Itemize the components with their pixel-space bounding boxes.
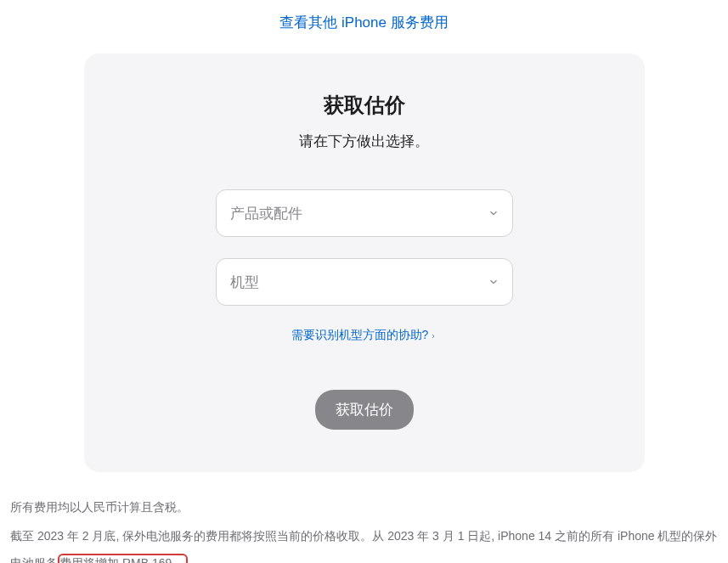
model-select-placeholder: 机型 [230,273,259,292]
model-select-wrap: 机型 [216,258,513,306]
card-title: 获取估价 [118,92,611,119]
footer-line1: 所有费用均以人民币计算且含税。 [10,493,718,521]
footer-notes: 所有费用均以人民币计算且含税。 截至 2023 年 2 月底, 保外电池服务的费… [0,472,728,563]
get-estimate-button[interactable]: 获取估价 [315,390,414,430]
footer-line2: 截至 2023 年 2 月底, 保外电池服务的费用都将按照当前的价格收取。从 2… [10,522,718,563]
chevron-right-icon [430,329,437,342]
help-link-label: 需要识别机型方面的协助? [291,328,429,343]
other-iphone-services-link[interactable]: 查看其他 iPhone 服务费用 [0,0,728,53]
product-select-wrap: 产品或配件 [216,189,513,237]
product-select[interactable]: 产品或配件 [216,189,513,237]
card-subtitle: 请在下方做出选择。 [118,132,611,151]
help-identify-model-link[interactable]: 需要识别机型方面的协助? [291,328,437,343]
model-select[interactable]: 机型 [216,258,513,306]
product-select-placeholder: 产品或配件 [230,204,302,223]
price-increase-annotation: 费用将增加 RMB 169。 [58,554,188,563]
estimate-card: 获取估价 请在下方做出选择。 产品或配件 机型 需要识别机型方面的协助? 获取估… [84,53,645,472]
